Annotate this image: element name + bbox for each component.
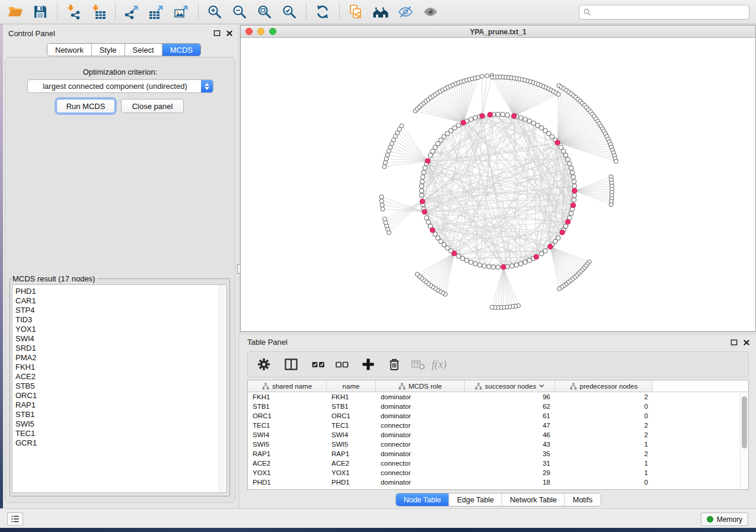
table-scrollbar-thumb[interactable] (742, 396, 747, 448)
column-header-shared-name[interactable]: shared name (248, 380, 327, 392)
table-row[interactable]: ORC1ORC1dominator610 (248, 411, 748, 421)
table-cell: 0 (555, 411, 653, 421)
settings-icon[interactable] (256, 355, 272, 374)
zoom-in-icon[interactable] (204, 2, 225, 21)
mcds-result-item[interactable]: ACE2 (15, 372, 227, 382)
columns-icon[interactable] (283, 355, 299, 374)
search-input[interactable] (579, 5, 749, 20)
memory-status-icon (707, 516, 713, 523)
mcds-list-scrollbar[interactable] (219, 285, 227, 492)
table-row[interactable]: SWI4SWI4dominator462 (248, 430, 748, 440)
tab-style[interactable]: Style (92, 44, 125, 56)
table-row[interactable]: FKH1FKH1dominator962 (248, 392, 748, 402)
table-row[interactable]: PHD1PHD1dominator180 (248, 477, 748, 487)
network-window: YPA_prune.txt_1 (240, 25, 756, 332)
table-row[interactable]: RAP1RAP1dominator352 (248, 449, 748, 459)
import-network-icon[interactable] (63, 2, 84, 21)
import-table-icon[interactable] (88, 2, 109, 21)
close-panel-icon[interactable] (226, 30, 233, 37)
table-row[interactable]: STB1STB1dominator620 (248, 402, 748, 411)
mcds-result-item[interactable]: SWI4 (15, 334, 227, 344)
float-panel-icon[interactable] (213, 30, 221, 37)
tab-edge-table[interactable]: Edge Table (449, 493, 502, 506)
search-field (579, 5, 749, 20)
first-neighbors-icon[interactable] (370, 2, 391, 21)
mcds-result-item[interactable]: TEC1 (15, 429, 227, 438)
column-header-mcds-role[interactable]: MCDS role (376, 380, 465, 392)
table-cell: FKH1 (248, 392, 327, 402)
hide-selected-icon[interactable] (395, 2, 416, 21)
network-canvas[interactable] (241, 38, 755, 331)
float-panel-icon[interactable] (731, 339, 738, 346)
zoom-out-icon[interactable] (229, 2, 250, 21)
open-file-icon[interactable] (5, 2, 26, 21)
table-cell: YOX1 (327, 468, 376, 477)
zoom-fit-icon[interactable] (254, 2, 275, 21)
table-cell: dominator (376, 477, 465, 487)
status-bar: Memory (0, 508, 756, 528)
table-cell: 46 (465, 430, 555, 440)
table-cell: STB1 (327, 402, 376, 411)
toolbar-separator (57, 4, 58, 20)
export-table-icon[interactable] (146, 2, 167, 21)
show-all-icon[interactable] (420, 2, 441, 21)
export-image-icon[interactable] (171, 2, 192, 21)
toolbar-separator (198, 4, 199, 20)
mcds-result-item[interactable]: ORC1 (15, 391, 227, 400)
table-cell: dominator (376, 449, 465, 459)
column-header-name[interactable]: name (327, 380, 376, 392)
close-panel-icon[interactable] (743, 339, 750, 346)
mcds-result-item[interactable]: STB1 (15, 410, 227, 419)
desktop-wallpaper-bottom (0, 528, 756, 532)
mcds-result-item[interactable]: PMA2 (15, 353, 227, 363)
delete-row-icon[interactable] (387, 355, 402, 374)
tab-motifs[interactable]: Motifs (565, 493, 600, 506)
mcds-result-item[interactable]: SWI5 (15, 419, 227, 429)
close-panel-button[interactable]: Close panel (121, 99, 184, 113)
network-window-titlebar[interactable]: YPA_prune.txt_1 (241, 25, 755, 38)
column-header-successor-nodes[interactable]: successor nodes (465, 380, 555, 392)
tab-mcds[interactable]: MCDS (162, 44, 200, 56)
deselect-all-icon[interactable] (334, 355, 350, 374)
table-cell: SWI5 (327, 440, 376, 449)
tab-network-table[interactable]: Network Table (502, 493, 565, 506)
table-cell: PHD1 (327, 477, 376, 487)
tab-node-table[interactable]: Node Table (396, 493, 449, 506)
clone-network-icon[interactable] (345, 2, 366, 21)
memory-button[interactable]: Memory (701, 512, 748, 526)
column-header-predecessor-nodes[interactable]: predecessor nodes (555, 380, 653, 392)
mcds-result-item[interactable]: RAP1 (15, 400, 227, 410)
mcds-result-item[interactable]: PHD1 (15, 287, 227, 296)
mcds-result-item[interactable]: TID3 (15, 315, 227, 325)
optimization-criterion-select[interactable]: largest connected component (undirected) (27, 79, 213, 93)
mcds-result-item[interactable]: GCR1 (15, 438, 227, 448)
zoom-selected-icon[interactable] (279, 2, 300, 21)
table-row[interactable]: TEC1TEC1connector472 (248, 421, 748, 430)
table-row[interactable]: SWI5SWI5connector431 (248, 440, 748, 449)
tab-select[interactable]: Select (125, 44, 162, 56)
mcds-result-item[interactable]: YOX1 (15, 325, 227, 334)
table-row[interactable]: ACE2ACE2connector311 (248, 459, 748, 468)
mcds-result-item[interactable]: STB5 (15, 382, 227, 391)
mcds-result-item[interactable]: FKH1 (15, 363, 227, 372)
task-history-button[interactable] (7, 512, 23, 525)
mcds-result-item[interactable]: CAR1 (15, 296, 227, 306)
run-mcds-button[interactable]: Run MCDS (56, 99, 115, 113)
table-cell: 18 (465, 477, 555, 487)
mcds-result-item[interactable]: STP4 (15, 306, 227, 315)
mcds-result-item[interactable]: SRD1 (15, 344, 227, 353)
table-scrollbar[interactable] (740, 393, 748, 490)
select-stepper-icon (201, 80, 213, 92)
table-cell: 96 (465, 392, 555, 402)
tab-network[interactable]: Network (47, 44, 92, 56)
refresh-icon[interactable] (312, 2, 333, 21)
node-table-body: FKH1FKH1dominator962STB1STB1dominator620… (248, 392, 748, 487)
add-row-icon[interactable] (361, 355, 376, 374)
table-row[interactable]: YOX1YOX1connector291 (248, 468, 748, 477)
search-icon (583, 8, 592, 17)
save-session-icon[interactable] (30, 2, 51, 21)
select-all-icon[interactable] (311, 355, 326, 374)
table-panel: Table Panel f(x) shared namenameMCDS rol… (240, 335, 756, 508)
network-window-title: YPA_prune.txt_1 (241, 28, 755, 36)
export-network-icon[interactable] (121, 2, 142, 21)
